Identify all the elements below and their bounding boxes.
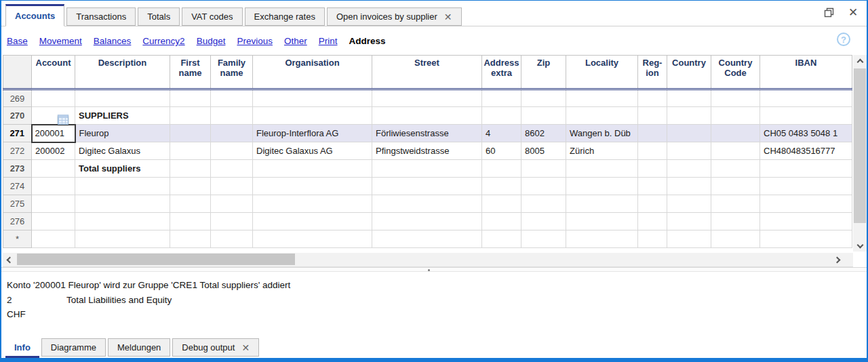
cell-zip[interactable] bbox=[521, 213, 566, 230]
cell-street[interactable] bbox=[372, 89, 482, 107]
row-number[interactable]: 269 bbox=[3, 89, 32, 107]
close-window-icon[interactable]: ✕ bbox=[848, 7, 859, 18]
column-header-family_name[interactable]: Family name bbox=[211, 56, 253, 89]
row-number[interactable]: * bbox=[3, 230, 32, 248]
cell-address_extra[interactable] bbox=[482, 178, 521, 195]
document-tab-vat-codes[interactable]: VAT codes bbox=[182, 7, 242, 26]
cell-region[interactable] bbox=[638, 178, 667, 195]
scroll-up-icon[interactable] bbox=[853, 55, 867, 68]
cell-street[interactable] bbox=[372, 107, 482, 125]
cell-iban[interactable] bbox=[760, 213, 852, 230]
cell-locality[interactable]: Zürich bbox=[566, 142, 638, 160]
cell-address_extra[interactable] bbox=[482, 89, 521, 107]
cell-iban[interactable] bbox=[760, 195, 852, 213]
cell-zip[interactable]: 8005 bbox=[521, 142, 566, 160]
view-link-budget[interactable]: Budget bbox=[197, 36, 226, 46]
horizontal-scrollbar[interactable] bbox=[3, 253, 853, 267]
cell-zip[interactable] bbox=[521, 107, 566, 125]
cell-region[interactable] bbox=[638, 89, 667, 107]
view-link-movement[interactable]: Movement bbox=[39, 36, 82, 46]
cell-address_extra[interactable] bbox=[482, 213, 521, 230]
cell-locality[interactable] bbox=[566, 89, 638, 107]
panel-splitter[interactable] bbox=[1, 267, 867, 272]
cell-iban[interactable]: CH480483516777 bbox=[760, 142, 852, 160]
cell-street[interactable]: Pfingstweidstrasse bbox=[372, 142, 482, 160]
cell-zip[interactable] bbox=[521, 160, 566, 178]
vertical-scrollbar[interactable] bbox=[853, 55, 867, 252]
cell-country[interactable] bbox=[667, 125, 711, 142]
row-number[interactable]: 275 bbox=[3, 195, 32, 213]
cell-locality[interactable] bbox=[566, 160, 638, 178]
view-link-currency2[interactable]: Currency2 bbox=[142, 36, 184, 46]
cell-first_name[interactable] bbox=[170, 230, 211, 248]
bottom-tab-info[interactable]: Info bbox=[5, 338, 39, 358]
column-header-organisation[interactable]: Organisation bbox=[253, 56, 372, 89]
cell-account[interactable]: 200001 bbox=[32, 125, 75, 142]
cell-country_code[interactable] bbox=[711, 89, 760, 107]
cell-locality[interactable]: Wangen b. Düb bbox=[566, 125, 638, 142]
cell-organisation[interactable] bbox=[253, 160, 372, 178]
column-header-num[interactable] bbox=[3, 56, 32, 89]
cell-zip[interactable] bbox=[521, 195, 566, 213]
view-link-balances[interactable]: Balances bbox=[94, 36, 132, 46]
cell-region[interactable] bbox=[638, 142, 667, 160]
bottom-tab-meldungen[interactable]: Meldungen bbox=[108, 338, 170, 357]
cell-country[interactable] bbox=[667, 230, 711, 248]
cell-locality[interactable] bbox=[566, 213, 638, 230]
cell-family_name[interactable] bbox=[211, 125, 253, 142]
cell-organisation[interactable] bbox=[253, 178, 372, 195]
cell-address_extra[interactable]: 4 bbox=[482, 125, 521, 142]
cell-organisation[interactable] bbox=[253, 195, 372, 213]
cell-address_extra[interactable] bbox=[482, 107, 521, 125]
cell-family_name[interactable] bbox=[211, 178, 253, 195]
cell-description[interactable]: SUPPLIERS bbox=[75, 107, 170, 125]
cell-organisation[interactable]: Digitec Galaxus AG bbox=[253, 142, 372, 160]
cell-region[interactable] bbox=[638, 107, 667, 125]
column-header-street[interactable]: Street bbox=[372, 56, 482, 89]
cell-organisation[interactable]: Fleurop-Interflora AG bbox=[253, 125, 372, 142]
document-tab-accounts[interactable]: Accounts bbox=[5, 4, 64, 26]
row-number[interactable]: 276 bbox=[3, 213, 32, 230]
cell-street[interactable] bbox=[372, 195, 482, 213]
cell-description[interactable] bbox=[75, 230, 170, 248]
cell-iban[interactable]: CH05 0483 5048 1 bbox=[760, 125, 852, 142]
cell-country[interactable] bbox=[667, 160, 711, 178]
bottom-tab-debug-output[interactable]: Debug output✕ bbox=[172, 338, 259, 357]
bottom-tab-diagramme[interactable]: Diagramme bbox=[41, 338, 106, 357]
cell-country_code[interactable] bbox=[711, 178, 760, 195]
restore-window-icon[interactable] bbox=[823, 7, 834, 18]
cell-iban[interactable] bbox=[760, 89, 852, 107]
cell-street[interactable] bbox=[372, 213, 482, 230]
horizontal-scrollbar-thumb[interactable] bbox=[17, 254, 295, 265]
cell-family_name[interactable] bbox=[211, 230, 253, 248]
cell-family_name[interactable] bbox=[211, 89, 253, 107]
cell-country[interactable] bbox=[667, 213, 711, 230]
cell-zip[interactable]: 8602 bbox=[521, 125, 566, 142]
cell-street[interactable] bbox=[372, 178, 482, 195]
cell-description[interactable] bbox=[75, 178, 170, 195]
document-tab-transactions[interactable]: Transactions bbox=[66, 7, 136, 26]
cell-region[interactable] bbox=[638, 213, 667, 230]
help-icon[interactable]: ? bbox=[837, 33, 850, 46]
cell-country_code[interactable] bbox=[711, 195, 760, 213]
cell-family_name[interactable] bbox=[211, 195, 253, 213]
cell-account[interactable] bbox=[32, 195, 75, 213]
document-tab-totals[interactable]: Totals bbox=[138, 7, 180, 26]
column-header-country[interactable]: Country bbox=[667, 56, 711, 89]
column-header-address_extra[interactable]: Address extra bbox=[482, 56, 521, 89]
cell-locality[interactable] bbox=[566, 195, 638, 213]
cell-first_name[interactable] bbox=[170, 178, 211, 195]
view-link-previous[interactable]: Previous bbox=[237, 36, 273, 46]
column-header-zip[interactable]: Zip bbox=[521, 56, 566, 89]
cell-description[interactable] bbox=[75, 195, 170, 213]
column-header-iban[interactable]: IBAN bbox=[760, 56, 852, 89]
cell-region[interactable] bbox=[638, 125, 667, 142]
cell-locality[interactable] bbox=[566, 230, 638, 248]
tab-close-icon[interactable]: ✕ bbox=[241, 343, 250, 353]
scroll-left-icon[interactable] bbox=[3, 253, 16, 266]
cell-region[interactable] bbox=[638, 230, 667, 248]
column-header-region[interactable]: Reg-ion bbox=[638, 56, 667, 89]
cell-account[interactable] bbox=[32, 213, 75, 230]
cell-country_code[interactable] bbox=[711, 230, 760, 248]
cell-locality[interactable] bbox=[566, 107, 638, 125]
